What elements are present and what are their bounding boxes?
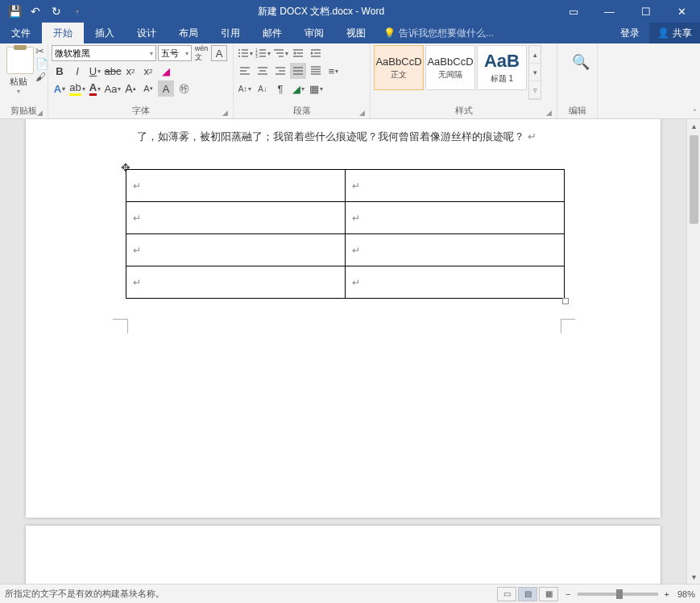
multilevel-list-icon[interactable]: ▾: [272, 45, 288, 61]
view-read-mode-icon[interactable]: ▭: [497, 587, 516, 601]
style-heading-1[interactable]: AaB 标题 1: [477, 45, 527, 90]
view-web-layout-icon[interactable]: ▦: [539, 587, 558, 601]
qat-more-icon[interactable]: ▾: [68, 2, 87, 21]
zoom-slider-thumb[interactable]: [616, 589, 623, 599]
italic-button[interactable]: I: [69, 63, 85, 79]
copy-icon[interactable]: 📄: [35, 58, 48, 70]
style-normal[interactable]: AaBbCcD 正文: [374, 45, 424, 90]
tab-mail[interactable]: 邮件: [251, 23, 293, 43]
increase-indent-icon[interactable]: [308, 45, 324, 61]
tab-file[interactable]: 文件: [0, 23, 42, 43]
decrease-indent-icon[interactable]: [290, 45, 306, 61]
bold-button[interactable]: B: [52, 63, 68, 79]
grow-font-icon[interactable]: A▴: [122, 81, 139, 97]
character-shading-icon[interactable]: A: [158, 81, 174, 97]
ribbon-display-icon[interactable]: ▭: [555, 0, 591, 23]
style-no-spacing[interactable]: AaBbCcD 无间隔: [425, 45, 475, 90]
strikethrough-button[interactable]: abc: [105, 63, 121, 79]
change-case-icon[interactable]: Aa▾: [105, 81, 121, 97]
tab-view[interactable]: 视图: [335, 23, 377, 43]
font-name-combo[interactable]: 微软雅黑▾: [52, 45, 156, 61]
paste-button[interactable]: 粘贴 ▾: [3, 45, 34, 95]
align-left-icon[interactable]: [237, 63, 253, 79]
tab-home[interactable]: 开始: [42, 23, 84, 43]
align-right-icon[interactable]: [272, 63, 288, 79]
align-center-icon[interactable]: [255, 63, 271, 79]
font-size-combo[interactable]: 五号▾: [158, 45, 192, 61]
tab-layout[interactable]: 布局: [168, 23, 209, 43]
table-cell[interactable]: ↵: [346, 202, 565, 234]
subscript-button[interactable]: x2: [122, 63, 139, 79]
table-cell[interactable]: ↵: [126, 234, 346, 266]
shading-icon[interactable]: ◢▾: [290, 81, 306, 97]
font-color-icon[interactable]: A▾: [87, 81, 103, 97]
table-resize-handle-icon[interactable]: [562, 298, 569, 304]
character-border-icon[interactable]: A: [211, 45, 227, 61]
text-effects-icon[interactable]: A▾: [52, 81, 68, 97]
zoom-in-icon[interactable]: +: [665, 589, 669, 599]
tab-design[interactable]: 设计: [126, 23, 168, 43]
scroll-up-icon[interactable]: ▴: [687, 119, 700, 133]
share-button[interactable]: 👤 共享: [649, 23, 700, 43]
line-spacing-icon[interactable]: ≡▾: [325, 63, 342, 79]
align-distributed-icon[interactable]: [308, 63, 324, 79]
table-cell[interactable]: ↵: [126, 202, 346, 234]
minimize-button[interactable]: —: [591, 0, 628, 23]
gallery-down-icon[interactable]: ▾: [529, 64, 541, 81]
tab-insert[interactable]: 插入: [84, 23, 126, 43]
page-2[interactable]: ↵: [26, 526, 661, 584]
maximize-button[interactable]: ☐: [628, 0, 664, 23]
document-table[interactable]: ↵↵ ↵↵ ↵↵ ↵↵: [126, 169, 565, 299]
close-button[interactable]: ✕: [664, 0, 700, 23]
zoom-slider[interactable]: [578, 593, 658, 596]
tell-me-search[interactable]: 💡 告诉我您想要做什么...: [377, 23, 494, 43]
view-print-layout-icon[interactable]: ▤: [518, 587, 537, 601]
show-marks-icon[interactable]: ¶: [272, 81, 288, 97]
cut-icon[interactable]: ✂: [35, 45, 48, 57]
login-button[interactable]: 登录: [611, 23, 649, 43]
table-cell[interactable]: ↵: [346, 170, 565, 202]
launcher-icon[interactable]: ◢: [359, 109, 365, 117]
tab-references[interactable]: 引用: [209, 23, 251, 43]
table-row[interactable]: ↵↵: [126, 266, 565, 299]
scroll-thumb[interactable]: [690, 135, 698, 224]
highlight-color-icon[interactable]: ab▾: [69, 81, 85, 97]
table-cell[interactable]: ↵: [346, 266, 565, 299]
table-cell[interactable]: ↵: [126, 266, 346, 299]
undo-icon[interactable]: ↶: [26, 2, 45, 21]
shrink-font-icon[interactable]: A▾: [140, 81, 156, 97]
borders-icon[interactable]: ▦▾: [308, 81, 324, 97]
table-row[interactable]: ↵↵: [126, 170, 565, 202]
page-1[interactable]: 了，如薄雾，被初阳蒸融了；我留着些什么痕迹呢？我何曾留着像游丝样的痕迹呢？ ↵ …: [26, 119, 661, 518]
body-text[interactable]: 了，如薄雾，被初阳蒸融了；我留着些什么痕迹呢？我何曾留着像游丝样的痕迹呢？ ↵: [137, 129, 536, 145]
find-icon[interactable]: 🔍: [569, 50, 593, 74]
launcher-icon[interactable]: ◢: [546, 109, 552, 117]
clear-formatting-icon[interactable]: ◢: [158, 63, 174, 79]
underline-button[interactable]: U▾: [87, 63, 103, 79]
enclose-character-icon[interactable]: ㊕: [176, 81, 192, 97]
table-row[interactable]: ↵↵: [126, 234, 565, 266]
table-cell[interactable]: ↵: [346, 234, 565, 266]
gallery-up-icon[interactable]: ▴: [529, 46, 541, 64]
collapse-ribbon-icon[interactable]: ˄: [693, 108, 697, 117]
tab-review[interactable]: 审阅: [293, 23, 335, 43]
align-justify-icon[interactable]: [290, 63, 306, 79]
launcher-icon[interactable]: ◢: [37, 109, 43, 117]
redo-icon[interactable]: ↻: [47, 2, 66, 21]
text-direction-icon[interactable]: A↕▾: [237, 81, 253, 97]
zoom-level[interactable]: 98%: [677, 589, 695, 599]
save-icon[interactable]: 💾: [5, 2, 24, 21]
zoom-out-icon[interactable]: −: [565, 589, 570, 599]
phonetic-guide-icon[interactable]: wén文: [193, 45, 209, 61]
gallery-more-icon[interactable]: ▿: [529, 81, 541, 99]
document-area[interactable]: 了，如薄雾，被初阳蒸融了；我留着些什么痕迹呢？我何曾留着像游丝样的痕迹呢？ ↵ …: [0, 119, 686, 584]
scroll-down-icon[interactable]: ▾: [687, 570, 700, 584]
sort-icon[interactable]: A↓: [255, 81, 271, 97]
format-painter-icon[interactable]: 🖌: [35, 71, 48, 83]
superscript-button[interactable]: x2: [140, 63, 156, 79]
vertical-scrollbar[interactable]: ▴ ▾: [686, 119, 700, 584]
table-cell[interactable]: ↵: [126, 170, 346, 202]
table-row[interactable]: ↵↵: [126, 202, 565, 234]
bullets-icon[interactable]: ▾: [237, 45, 253, 61]
launcher-icon[interactable]: ◢: [222, 109, 228, 117]
